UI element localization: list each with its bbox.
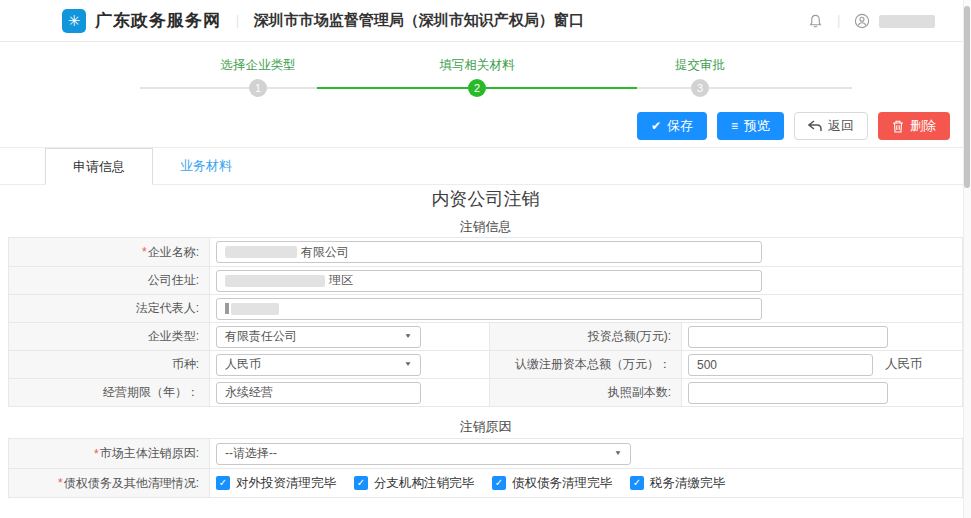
cleanup-status-label: * 债权债务及其他清理情况:	[9, 469, 209, 497]
redacted-value	[231, 303, 279, 315]
label-text: 法定代表人:	[136, 300, 199, 317]
checkbox-label: 税务清缴完毕	[650, 475, 725, 492]
step-label-2: 填写相关材料	[407, 57, 547, 74]
label-text: 执照副本数:	[608, 384, 671, 401]
checkbox-checked-icon: ✓	[492, 476, 506, 490]
label-text: 债权债务及其他清理情况:	[64, 475, 199, 492]
cleanup-status-cell: ✓ 对外投资清理完毕 ✓ 分支机构注销完毕 ✓ 债权债务清理完毕 ✓ 税务清缴完…	[209, 469, 962, 497]
list-icon: ≡	[731, 120, 738, 132]
tab-application-info[interactable]: 申请信息	[45, 148, 153, 185]
label-text: 投资总额(万元):	[588, 328, 671, 345]
currency-select[interactable]: 人民币 ▼	[216, 354, 421, 376]
checkbox-checked-icon: ✓	[354, 476, 368, 490]
section-heading-registration-info: 注销信息	[8, 218, 963, 236]
business-term-input[interactable]: 永续经营	[216, 382, 421, 404]
header-divider: ｜	[231, 12, 244, 30]
checkbox-label: 对外投资清理完毕	[236, 475, 336, 492]
save-button[interactable]: ✔ 保存	[637, 112, 707, 140]
table-row: 币种: 人民币 ▼ 认缴注册资本总额（万元）： 500 人民币	[9, 350, 962, 378]
bell-icon[interactable]	[808, 13, 823, 29]
user-avatar-icon[interactable]	[854, 13, 870, 29]
subscribed-capital-label: 认缴注册资本总额（万元）：	[489, 351, 681, 378]
input-value: 理区	[329, 272, 353, 289]
subscribed-capital-cell: 500 人民币	[681, 351, 962, 378]
table-row: * 债权债务及其他清理情况: ✓ 对外投资清理完毕 ✓ 分支机构注销完毕 ✓ 债…	[9, 468, 962, 497]
company-type-label: 企业类型:	[9, 323, 209, 350]
table-row: * 市场主体注销原因: --请选择-- ▼	[9, 439, 962, 468]
portal-brand[interactable]: 广东政务服务网	[95, 9, 221, 32]
header-right-divider: ｜	[832, 12, 845, 30]
input-value: 永续经营	[225, 384, 273, 401]
legal-representative-label: 法定代表人:	[9, 295, 209, 322]
checkbox-checked-icon: ✓	[216, 476, 230, 490]
trash-icon	[892, 120, 904, 133]
checkbox-checked-icon: ✓	[630, 476, 644, 490]
gov-portal-logo-icon[interactable]: ✳	[62, 9, 86, 33]
company-type-cell: 有限责任公司 ▼	[209, 323, 489, 350]
dereg-reason-cell: --请选择-- ▼	[209, 439, 962, 468]
step-circle-2: 2	[468, 79, 486, 97]
total-investment-input[interactable]	[688, 326, 888, 348]
label-text: 公司住址:	[148, 272, 199, 289]
company-type-select[interactable]: 有限责任公司 ▼	[216, 326, 421, 348]
label-text: 企业类型:	[148, 328, 199, 345]
registration-info-table: * 企业名称: 有限公司 公司住址: 理区	[8, 237, 963, 407]
input-value: 有限公司	[301, 244, 349, 261]
check-icon: ✔	[651, 120, 661, 132]
total-investment-cell	[681, 323, 962, 350]
subscribed-capital-input[interactable]: 500	[688, 354, 873, 376]
company-name-input[interactable]: 有限公司	[216, 241, 762, 263]
total-investment-label: 投资总额(万元):	[489, 323, 681, 350]
preview-button[interactable]: ≡ 预览	[717, 112, 784, 140]
checkbox-label: 分支机构注销完毕	[374, 475, 474, 492]
license-copies-cell	[681, 379, 962, 406]
tab-business-materials[interactable]: 业务材料	[153, 148, 259, 184]
currency-unit-text: 人民币	[885, 356, 923, 373]
checkbox-taxes-settled[interactable]: ✓ 税务清缴完毕	[630, 475, 725, 492]
license-copies-label: 执照副本数:	[489, 379, 681, 406]
username-redacted[interactable]	[879, 15, 935, 28]
header-right: ｜	[808, 0, 935, 42]
redacted-value	[225, 246, 297, 258]
preview-button-label: 预览	[744, 117, 770, 135]
section-heading-dereg-reason: 注销原因	[8, 418, 963, 436]
checkbox-foreign-investment-cleared[interactable]: ✓ 对外投资清理完毕	[216, 475, 336, 492]
label-text: 企业名称:	[148, 244, 199, 261]
label-text: 经营期限（年）：	[103, 384, 199, 401]
currency-cell: 人民币 ▼	[209, 351, 489, 378]
checkbox-branches-deregistered[interactable]: ✓ 分支机构注销完毕	[354, 475, 474, 492]
step-circle-3: 3	[691, 79, 709, 97]
company-name-cell: 有限公司	[209, 238, 962, 266]
license-copies-input[interactable]	[688, 382, 888, 404]
caret-down-icon: ▼	[614, 450, 622, 457]
delete-button-label: 删除	[910, 117, 936, 135]
department-window-title: 深圳市市场监督管理局（深圳市知识产权局）窗口	[254, 11, 584, 30]
checkbox-debts-cleared[interactable]: ✓ 债权债务清理完毕	[492, 475, 612, 492]
label-text: 币种:	[172, 356, 199, 373]
legal-representative-input[interactable]	[216, 298, 762, 320]
company-address-label: 公司住址:	[9, 267, 209, 294]
table-row: 经营期限（年）： 永续经营 执照副本数:	[9, 378, 962, 406]
dereg-reason-table: * 市场主体注销原因: --请选择-- ▼ * 债权债务及其他清理情况: ✓ 对…	[8, 438, 963, 498]
company-address-cell: 理区	[209, 267, 962, 294]
required-asterisk: *	[58, 476, 63, 490]
back-button[interactable]: 返回	[794, 112, 868, 140]
dereg-reason-label: * 市场主体注销原因:	[9, 439, 209, 468]
business-term-cell: 永续经营	[209, 379, 489, 406]
legal-representative-cell	[209, 295, 962, 322]
dereg-reason-select[interactable]: --请选择-- ▼	[216, 443, 631, 465]
save-button-label: 保存	[667, 117, 693, 135]
toolbar: ✔ 保存 ≡ 预览 返回 删除	[637, 112, 950, 140]
label-text: 市场主体注销原因:	[100, 445, 199, 462]
delete-button[interactable]: 删除	[878, 112, 950, 140]
company-address-input[interactable]: 理区	[216, 270, 762, 292]
cleanup-checkbox-group: ✓ 对外投资清理完毕 ✓ 分支机构注销完毕 ✓ 债权债务清理完毕 ✓ 税务清缴完…	[216, 475, 725, 492]
table-row: 企业类型: 有限责任公司 ▼ 投资总额(万元):	[9, 322, 962, 350]
vertical-scrollbar[interactable]	[963, 0, 971, 518]
partially-visible-char	[225, 303, 229, 314]
scrollbar-thumb[interactable]	[964, 6, 970, 188]
required-asterisk: *	[94, 447, 99, 461]
input-value: 500	[697, 358, 717, 372]
table-row: * 企业名称: 有限公司	[9, 238, 962, 266]
redacted-value	[225, 275, 325, 287]
